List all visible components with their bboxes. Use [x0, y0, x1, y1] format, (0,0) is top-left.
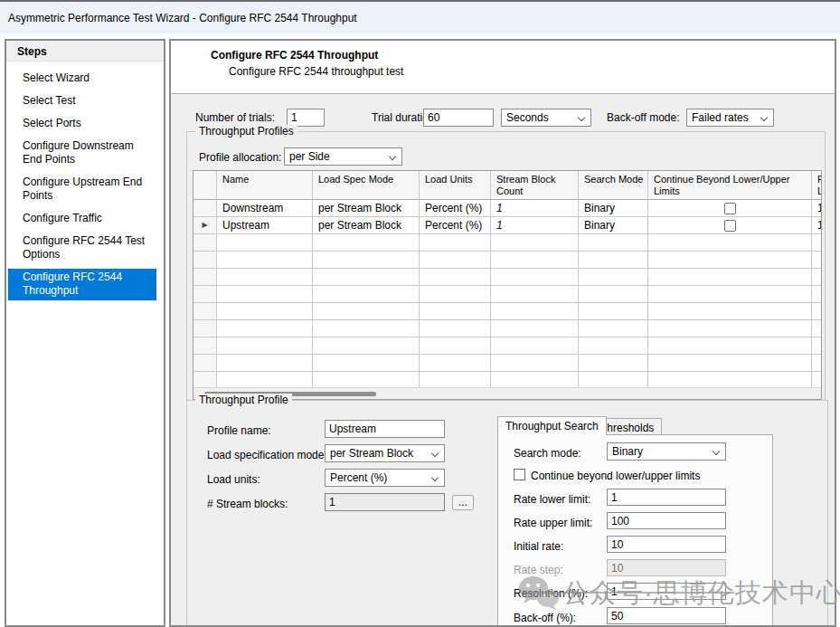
- continue-beyond-limits-checkbox[interactable]: [514, 469, 525, 480]
- steps-list: Select Wizard Select Test Select Ports C…: [6, 62, 164, 300]
- stream-blocks-input[interactable]: [325, 493, 445, 511]
- search-mode-label: Search mode:: [514, 447, 581, 460]
- sidebar-item-configure-traffic[interactable]: Configure Traffic: [8, 210, 156, 228]
- backoff-percent-label: Back-off (%):: [514, 612, 576, 624]
- cell-load-units[interactable]: Percent (%): [420, 200, 491, 217]
- cell-continue-checkbox-wrap: [648, 217, 812, 234]
- trial-duration-input[interactable]: [423, 109, 494, 127]
- table-row-empty[interactable]: [193, 234, 822, 252]
- load-spec-mode-select[interactable]: per Stream Block: [325, 444, 445, 462]
- rate-step-input: [607, 559, 726, 576]
- sidebar-item-configure-downstream-end-points[interactable]: Configure Downstream End Points: [8, 138, 156, 169]
- table-row-empty[interactable]: [193, 286, 822, 303]
- trial-duration-unit-value: Seconds: [506, 111, 549, 124]
- number-of-trials-input[interactable]: [287, 109, 325, 127]
- search-mode-value: Binary: [612, 445, 643, 458]
- profile-name-input[interactable]: [325, 420, 445, 438]
- load-spec-mode-value: per Stream Block: [330, 447, 413, 460]
- table-row-empty[interactable]: [193, 355, 822, 372]
- rate-upper-limit-input[interactable]: [607, 512, 726, 529]
- cell-search-mode[interactable]: Binary: [579, 200, 648, 217]
- sidebar-item-configure-rfc2544-throughput[interactable]: Configure RFC 2544 Throughput: [8, 269, 156, 300]
- col-header-rate-lower-limit-clipped[interactable]: R Li: [812, 171, 822, 200]
- col-header-load-units[interactable]: Load Units: [420, 171, 491, 200]
- load-units-label: Load units:: [207, 473, 260, 486]
- rate-upper-limit-label: Rate upper limit:: [514, 517, 592, 529]
- table-row-empty[interactable]: [193, 320, 822, 337]
- table-row-empty[interactable]: [193, 252, 822, 269]
- col-header-continue-beyond-limits[interactable]: Continue Beyond Lower/Upper Limits: [648, 171, 812, 200]
- profile-allocation-select[interactable]: per Side: [284, 147, 402, 166]
- sidebar-item-select-ports[interactable]: Select Ports: [8, 115, 156, 133]
- sidebar-item-select-wizard[interactable]: Select Wizard: [8, 70, 156, 88]
- wizard-window: Asymmetric Performance Test Wizard - Con…: [0, 0, 840, 627]
- throughput-profiles-group: Throughput Profiles Profile allocation: …: [186, 131, 826, 401]
- cell-load-spec[interactable]: per Stream Block: [313, 217, 420, 234]
- cell-sb-count[interactable]: 1: [491, 217, 579, 234]
- col-header-name[interactable]: Name: [217, 171, 313, 200]
- backoff-mode-value: Failed rates: [692, 111, 749, 124]
- initial-rate-input[interactable]: [607, 536, 726, 553]
- steps-panel: Steps Select Wizard Select Test Select P…: [5, 39, 165, 627]
- resolution-label: Resolution (%):: [514, 587, 588, 600]
- table-row-empty[interactable]: [193, 303, 822, 320]
- cell-load-spec[interactable]: per Stream Block: [313, 200, 420, 217]
- chevron-down-icon: [431, 474, 439, 481]
- page-header: Configure RFC 2544 Throughput Configure …: [171, 41, 835, 94]
- rate-lower-limit-input[interactable]: [607, 489, 726, 506]
- table-row-upstream[interactable]: ▶ Upstream per Stream Block Percent (%) …: [193, 217, 822, 234]
- continue-checkbox[interactable]: [724, 220, 736, 232]
- main-panel: Configure RFC 2544 Throughput Configure …: [169, 39, 836, 627]
- title-bar: Asymmetric Performance Test Wizard - Con…: [0, 0, 840, 33]
- table-row-empty[interactable]: [193, 337, 822, 355]
- throughput-profiles-group-title: Throughput Profiles: [195, 125, 297, 138]
- profile-name-label: Profile name:: [207, 424, 271, 437]
- col-header-load-spec-mode[interactable]: Load Spec Mode: [313, 171, 420, 200]
- profiles-table: Name Load Spec Mode Load Units Stream Bl…: [193, 170, 822, 400]
- chevron-down-icon: [713, 448, 720, 455]
- chevron-down-icon: [389, 153, 396, 160]
- row-selector-header: [193, 171, 217, 200]
- continue-beyond-limits-label: Continue beyond lower/upper limits: [531, 470, 700, 482]
- cell-name[interactable]: Downstream: [217, 200, 313, 217]
- steps-panel-header: Steps: [6, 41, 164, 62]
- backoff-percent-input[interactable]: [607, 607, 726, 624]
- backoff-mode-label: Back-off mode:: [607, 111, 679, 124]
- table-row-downstream[interactable]: Downstream per Stream Block Percent (%) …: [193, 200, 822, 217]
- stream-blocks-browse-button[interactable]: ...: [452, 495, 474, 510]
- sidebar-item-select-test[interactable]: Select Test: [8, 92, 156, 110]
- load-units-value: Percent (%): [330, 471, 387, 484]
- profiles-table-header: Name Load Spec Mode Load Units Stream Bl…: [193, 171, 822, 200]
- number-of-trials-label: Number of trials:: [195, 111, 275, 124]
- initial-rate-label: Initial rate:: [514, 540, 563, 553]
- cell-search-mode[interactable]: Binary: [579, 217, 648, 234]
- rate-step-label: Rate step:: [514, 564, 563, 576]
- row-selector[interactable]: [193, 200, 217, 217]
- tab-throughput-search[interactable]: Throughput Search: [497, 416, 607, 435]
- cell-rate-lower[interactable]: 1: [812, 200, 822, 217]
- stream-blocks-label: # Stream blocks:: [207, 498, 288, 510]
- col-header-search-mode[interactable]: Search Mode: [579, 171, 648, 200]
- sidebar-item-configure-upstream-end-points[interactable]: Configure Upstream End Points: [8, 174, 156, 205]
- load-spec-mode-label: Load specification mode:: [207, 449, 327, 461]
- chevron-down-icon: [578, 114, 585, 121]
- resolution-input[interactable]: [607, 583, 726, 600]
- page-subtitle: Configure RFC 2544 throughput test: [229, 65, 403, 78]
- profile-allocation-label: Profile allocation:: [199, 151, 281, 164]
- backoff-mode-select[interactable]: Failed rates: [686, 109, 774, 127]
- sidebar-item-configure-rfc2544-test-options[interactable]: Configure RFC 2544 Test Options: [8, 233, 156, 264]
- profile-allocation-value: per Side: [289, 150, 330, 163]
- table-row-empty[interactable]: [193, 269, 822, 286]
- search-mode-select[interactable]: Binary: [607, 442, 726, 461]
- throughput-profile-group: Throughput Profile Profile name: Load sp…: [186, 400, 828, 627]
- cell-load-units[interactable]: Percent (%): [420, 217, 491, 234]
- continue-checkbox[interactable]: [724, 203, 736, 214]
- col-header-stream-block-count[interactable]: Stream Block Count: [491, 171, 579, 200]
- cell-rate-lower[interactable]: 1: [812, 217, 822, 234]
- cell-sb-count[interactable]: 1: [491, 200, 579, 217]
- trial-duration-unit-select[interactable]: Seconds: [501, 109, 591, 127]
- cell-name[interactable]: Upstream: [217, 217, 313, 234]
- chevron-down-icon: [431, 450, 439, 457]
- load-units-select[interactable]: Percent (%): [325, 469, 445, 487]
- row-selector-current[interactable]: ▶: [193, 217, 217, 234]
